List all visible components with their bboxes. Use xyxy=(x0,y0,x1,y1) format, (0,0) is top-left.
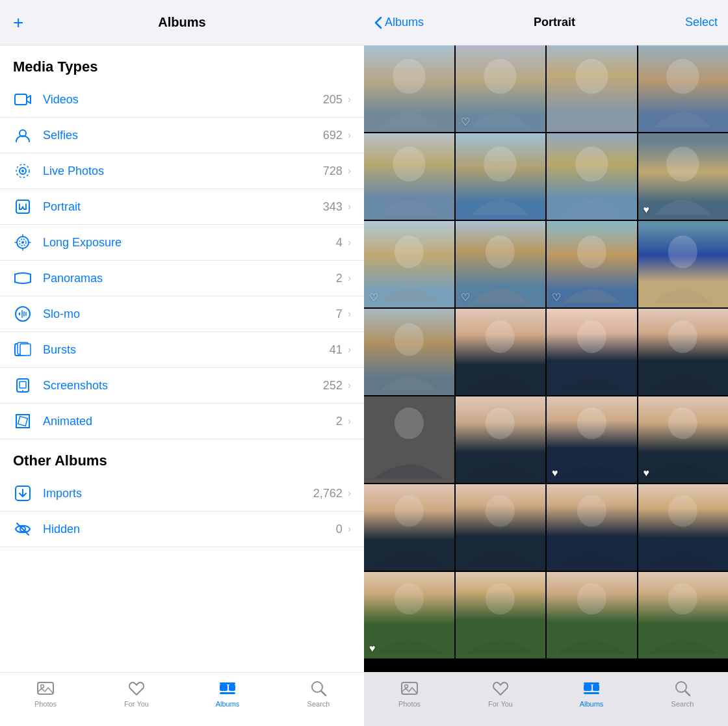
tab-for-you-right[interactable]: For You xyxy=(455,679,546,708)
live-photo-icon xyxy=(13,161,32,181)
svg-rect-0 xyxy=(15,94,27,105)
tab-albums-left[interactable]: Albums xyxy=(182,679,273,708)
sidebar-item-live-photos[interactable]: Live Photos 728 › xyxy=(0,153,364,189)
photo-cell[interactable]: ♥ xyxy=(638,396,729,483)
photo-cell[interactable] xyxy=(547,45,637,132)
svg-point-51 xyxy=(577,320,606,352)
sidebar-item-screenshots[interactable]: Screenshots 252 › xyxy=(0,368,364,404)
photo-cell[interactable] xyxy=(364,45,454,132)
favorite-badge: ♡ xyxy=(552,291,561,304)
photo-cell[interactable] xyxy=(638,221,729,307)
svg-marker-25 xyxy=(18,417,28,426)
photo-cell[interactable] xyxy=(456,396,546,483)
sidebar-item-bursts[interactable]: Bursts 41 › xyxy=(0,332,364,368)
photo-placeholder xyxy=(456,309,546,395)
tab-photos-left[interactable]: Photos xyxy=(0,679,91,708)
photo-cell[interactable] xyxy=(364,396,454,483)
photo-cell[interactable]: ♡ xyxy=(456,221,546,307)
photo-placeholder xyxy=(638,45,729,132)
back-label: Albums xyxy=(385,16,424,29)
left-header: + Albums xyxy=(0,0,364,45)
search-tab-icon-left xyxy=(309,679,328,697)
photo-placeholder xyxy=(547,572,637,658)
svg-point-54 xyxy=(486,408,515,439)
photo-cell[interactable] xyxy=(638,309,729,395)
photo-cell[interactable]: ♥ xyxy=(364,572,454,658)
photo-placeholder xyxy=(364,484,454,571)
sidebar-item-animated[interactable]: Animated 2 › xyxy=(0,404,364,439)
for-you-tab-icon-right xyxy=(491,679,510,697)
other-albums-header: Other Albums xyxy=(0,439,364,476)
photo-cell[interactable] xyxy=(456,309,546,395)
sidebar-item-selfies[interactable]: Selfies 692 › xyxy=(0,118,364,153)
photo-cell[interactable] xyxy=(456,484,546,571)
search-tab-label-right: Search xyxy=(671,700,694,708)
svg-rect-33 xyxy=(220,692,235,694)
photo-cell[interactable] xyxy=(638,484,729,571)
svg-point-38 xyxy=(484,58,517,94)
albums-tab-icon-right xyxy=(582,679,601,697)
tab-search-right[interactable]: Search xyxy=(637,679,728,708)
photo-placeholder xyxy=(364,572,454,658)
portrait-count: 343 xyxy=(323,200,343,214)
svg-point-60 xyxy=(668,495,697,527)
selfies-count: 692 xyxy=(323,129,343,142)
sidebar-item-imports[interactable]: Imports 2,762 › xyxy=(0,476,364,512)
photo-cell[interactable] xyxy=(547,133,637,220)
photo-cell[interactable] xyxy=(638,45,729,132)
sidebar-item-slomo[interactable]: Slo-mo 7 › xyxy=(0,296,364,332)
tab-for-you-left[interactable]: For You xyxy=(91,679,182,708)
photo-cell[interactable] xyxy=(364,309,454,395)
photo-placeholder xyxy=(364,309,454,395)
favorite-badge: ♡ xyxy=(461,116,470,128)
right-tab-bar: Photos For You Albums xyxy=(364,672,728,726)
sidebar-item-long-exposure[interactable]: Long Exposure 4 › xyxy=(0,225,364,261)
svg-rect-32 xyxy=(229,684,235,691)
photo-cell[interactable]: ♥ xyxy=(638,133,729,220)
tab-albums-right[interactable]: Albums xyxy=(546,679,637,708)
albums-tab-label-left: Albums xyxy=(216,700,240,708)
hidden-count: 0 xyxy=(336,523,343,536)
photos-tab-label-right: Photos xyxy=(398,700,421,708)
add-button[interactable]: + xyxy=(13,12,23,33)
photo-cell[interactable]: ♡ xyxy=(456,45,546,132)
photo-placeholder xyxy=(638,396,729,483)
sidebar-item-portrait[interactable]: Portrait 343 › xyxy=(0,189,364,225)
photo-placeholder xyxy=(456,396,546,483)
back-button[interactable]: Albums xyxy=(374,16,424,29)
sidebar-item-panoramas[interactable]: Panoramas 2 › xyxy=(0,261,364,296)
photo-cell[interactable] xyxy=(364,484,454,571)
sidebar-item-hidden[interactable]: Hidden 0 › xyxy=(0,512,364,547)
svg-point-13 xyxy=(16,307,30,321)
select-button[interactable]: Select xyxy=(685,16,718,29)
svg-point-21 xyxy=(22,390,23,391)
photo-cell[interactable]: ♥ xyxy=(547,396,637,483)
photo-cell[interactable]: ♡ xyxy=(547,221,637,307)
svg-point-4 xyxy=(21,170,24,172)
sidebar-item-videos[interactable]: Videos 205 › xyxy=(0,82,364,118)
photo-cell[interactable] xyxy=(547,484,637,571)
photo-cell[interactable] xyxy=(456,572,546,658)
photo-placeholder xyxy=(638,133,729,220)
svg-line-28 xyxy=(17,523,29,535)
photo-cell[interactable] xyxy=(456,133,546,220)
photos-tab-icon-right xyxy=(400,679,419,697)
long-exposure-label: Long Exposure xyxy=(43,236,336,250)
svg-point-63 xyxy=(577,583,606,615)
bursts-icon xyxy=(13,340,32,359)
svg-point-39 xyxy=(575,58,608,94)
photo-cell[interactable] xyxy=(638,572,729,658)
photo-cell[interactable]: ♡ xyxy=(364,221,454,307)
hidden-chevron: › xyxy=(348,523,351,535)
portrait-chevron: › xyxy=(348,201,351,213)
animated-icon xyxy=(13,411,32,431)
photo-cell[interactable] xyxy=(547,572,637,658)
photo-cell[interactable] xyxy=(547,309,637,395)
tab-search-left[interactable]: Search xyxy=(273,679,364,708)
tab-photos-right[interactable]: Photos xyxy=(364,679,455,708)
imports-label: Imports xyxy=(43,487,313,500)
long-exposure-chevron: › xyxy=(348,237,351,248)
photo-placeholder xyxy=(364,45,454,132)
live-photos-count: 728 xyxy=(323,164,343,178)
photo-cell[interactable] xyxy=(364,133,454,220)
